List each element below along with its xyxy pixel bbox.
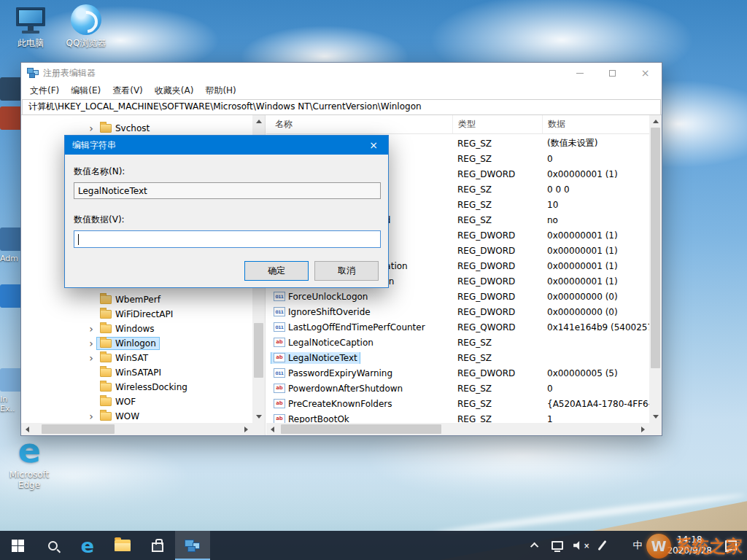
chevron-right-icon[interactable]: › — [85, 410, 97, 423]
desktop-icon-partial[interactable] — [0, 284, 22, 311]
registry-value-row[interactable]: 011LastLogOffEndTimePerfCounterREG_QWORD… — [266, 319, 649, 335]
show-hidden-icons-chevron-icon[interactable] — [530, 542, 538, 551]
tree-item-Winlogon[interactable]: ›Winlogon — [21, 336, 265, 351]
registry-value-row[interactable]: abReportBootOkREG_SZ1 — [266, 411, 649, 423]
windows-logo-icon — [12, 540, 24, 552]
ok-button[interactable]: 确定 — [244, 261, 309, 281]
dialog-titlebar[interactable]: 编辑字符串 × — [65, 136, 388, 155]
scroll-up-arrow[interactable] — [252, 115, 265, 128]
scroll-up-arrow[interactable] — [649, 115, 662, 128]
tree-item-WinSATAPI[interactable]: WinSATAPI — [21, 365, 265, 380]
values-horizontal-scrollbar[interactable] — [266, 423, 649, 435]
menu-file[interactable]: 文件(F) — [24, 83, 65, 98]
scrollbar-thumb[interactable] — [42, 424, 115, 434]
network-icon[interactable] — [551, 541, 563, 550]
taskbar-regedit-button[interactable] — [175, 531, 210, 560]
start-button[interactable] — [0, 531, 35, 560]
scroll-down-arrow[interactable] — [649, 411, 662, 423]
folder-icon — [100, 339, 112, 348]
column-header-data[interactable]: 数据 — [542, 115, 662, 133]
desktop-icon-microsoft-edge[interactable]: e Microsoft Edge — [1, 435, 57, 490]
menu-favorites[interactable]: 收藏夹(A) — [149, 83, 200, 98]
taskbar-search-button[interactable] — [35, 531, 70, 560]
address-bar — [21, 98, 662, 115]
registry-value-row[interactable]: abPowerdownAfterShutdownREG_SZ0 — [266, 381, 649, 396]
tree-item-WirelessDocking[interactable]: WirelessDocking — [21, 380, 265, 394]
column-header-type[interactable]: 类型 — [452, 115, 542, 133]
desktop-icon-partial[interactable] — [0, 77, 22, 104]
value-type: REG_DWORD — [452, 261, 542, 271]
scrollbar-thumb[interactable] — [254, 323, 263, 378]
ime-indicator[interactable]: 中 — [632, 539, 642, 552]
tree-horizontal-scrollbar[interactable] — [21, 423, 252, 435]
taskbar-file-explorer-button[interactable] — [105, 531, 140, 560]
scroll-right-arrow[interactable] — [240, 423, 252, 435]
desktop-icon-this-pc[interactable]: 此电脑 — [4, 6, 57, 48]
registry-value-row[interactable]: abLegalNoticeTextREG_SZ — [266, 350, 649, 365]
chevron-right-icon[interactable]: › — [85, 351, 97, 365]
chevron-right-icon[interactable]: › — [85, 337, 97, 350]
desktop-icon-qq-browser[interactable]: QQ浏览器 — [60, 4, 112, 48]
app-icon — [0, 284, 22, 308]
tree-item-label: Svchost — [115, 123, 150, 133]
scroll-down-arrow[interactable] — [252, 411, 265, 423]
taskbar-store-button[interactable] — [140, 531, 175, 560]
scrollbar-thumb[interactable] — [281, 424, 441, 434]
value-name-cell: 011LastLogOffEndTimePerfCounter — [266, 322, 452, 333]
value-data: 0x00000001 (1) — [542, 261, 649, 271]
chevron-right-icon[interactable]: › — [85, 322, 97, 335]
scroll-left-arrow[interactable] — [21, 423, 34, 435]
value-data-input[interactable] — [74, 230, 381, 248]
desktop-icon-label: QQ浏览器 — [66, 38, 107, 48]
action-center-icon[interactable] — [725, 540, 737, 551]
taskbar-clock[interactable]: 14:18 2020/9/28 — [667, 534, 712, 556]
tree-item-label: WbemPerf — [115, 295, 160, 305]
value-name-wrap: abLegalNoticeCaption — [271, 337, 376, 349]
cancel-button[interactable]: 取消 — [314, 261, 379, 281]
registry-value-row[interactable]: 011PasswordExpiryWarningREG_DWORD0x00000… — [266, 365, 649, 381]
value-name-cell: abLegalNoticeCaption — [266, 337, 452, 349]
values-vertical-scrollbar[interactable] — [649, 115, 662, 423]
minimize-button[interactable] — [563, 63, 596, 83]
menu-view[interactable]: 查看(V) — [107, 83, 149, 98]
desktop-icon-partial[interactable] — [0, 106, 22, 133]
tree-item-WOF[interactable]: WOF — [21, 394, 265, 409]
volume-muted-icon[interactable]: × — [573, 541, 589, 551]
value-name-input[interactable] — [74, 182, 381, 199]
value-name-cell: abPreCreateKnownFolders — [266, 398, 452, 410]
dialog-close-button[interactable]: × — [359, 136, 388, 155]
chevron-right-icon[interactable]: › — [85, 122, 97, 135]
tree-item-Svchost[interactable]: ›Svchost — [21, 121, 265, 136]
regedit-icon — [185, 540, 201, 552]
address-input[interactable] — [22, 99, 661, 115]
scrollbar-thumb[interactable] — [651, 128, 660, 368]
scroll-right-arrow[interactable] — [637, 423, 649, 435]
search-icon — [46, 539, 59, 552]
tree-item-box: Svchost — [97, 122, 152, 134]
desktop-icon-partial[interactable]: Adm — [0, 228, 22, 263]
regedit-app-icon — [27, 68, 39, 78]
registry-value-row[interactable]: abPreCreateKnownFoldersREG_SZ{A520A1A4-1… — [266, 396, 649, 411]
registry-value-row[interactable]: abLegalNoticeCaptionREG_SZ — [266, 335, 649, 350]
menu-help[interactable]: 帮助(H) — [199, 83, 241, 98]
tree-item-WiFiDirectAPI[interactable]: WiFiDirectAPI — [21, 307, 265, 322]
column-header-name[interactable]: 名称 — [266, 118, 452, 131]
registry-value-row[interactable]: 011ForceUnlockLogonREG_DWORD0x00000000 (… — [266, 289, 649, 304]
value-type: REG_SZ — [452, 399, 542, 409]
window-titlebar[interactable]: 注册表编辑器 × — [21, 63, 662, 83]
value-type: REG_DWORD — [452, 169, 542, 179]
close-button[interactable]: × — [629, 63, 662, 83]
scroll-left-arrow[interactable] — [266, 423, 279, 435]
tree-item-WbemPerf[interactable]: WbemPerf — [21, 292, 265, 307]
maximize-button[interactable] — [596, 63, 629, 83]
tree-item-WinSAT[interactable]: ›WinSAT — [21, 351, 265, 365]
tree-item-WOW[interactable]: ›WOW — [21, 409, 265, 424]
taskbar-edge-button[interactable]: e — [70, 531, 105, 560]
desktop-icon-partial[interactable]: In Ex.. — [0, 368, 22, 413]
windows-ink-pen-icon[interactable] — [598, 540, 607, 551]
value-name-wrap: abLegalNoticeText — [271, 352, 360, 364]
tree-item-Windows[interactable]: ›Windows — [21, 322, 265, 336]
menu-edit[interactable]: 编辑(E) — [65, 83, 107, 98]
registry-value-row[interactable]: 011IgnoreShiftOverideREG_DWORD0x00000000… — [266, 304, 649, 319]
tree-item-box: WOF — [97, 396, 139, 408]
